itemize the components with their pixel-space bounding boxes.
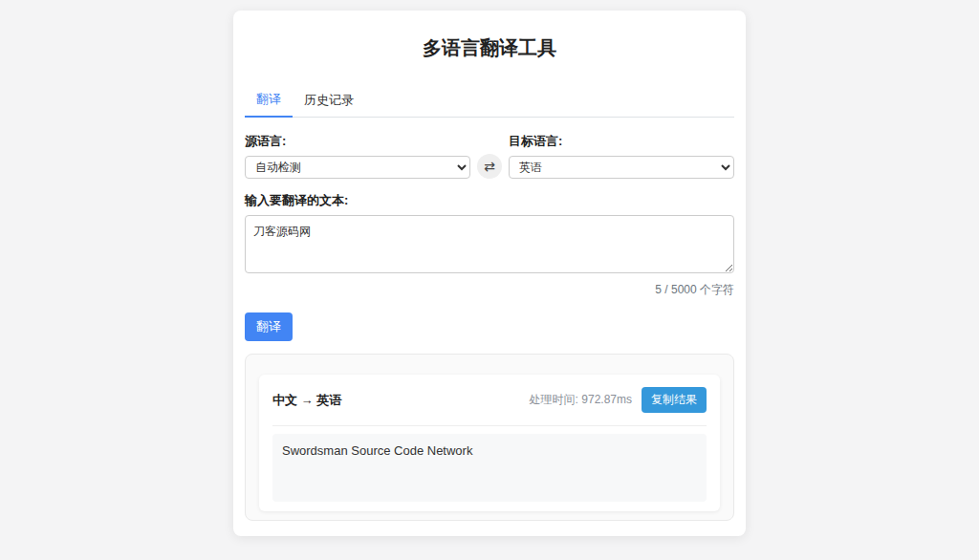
- language-row: 源语言: 自动检测 ⇄ 目标语言: 英语: [245, 133, 734, 179]
- processing-time-value: 972.87ms: [581, 393, 632, 406]
- page-title: 多语言翻译工具: [245, 35, 734, 61]
- translate-form: 源语言: 自动检测 ⇄ 目标语言: 英语 输入要翻译的文本: 刀客源码网 5 /…: [245, 133, 734, 341]
- tab-history[interactable]: 历史记录: [293, 84, 365, 117]
- swap-languages-button[interactable]: ⇄: [477, 154, 502, 179]
- result-card: 中文 → 英语 处理时间: 972.87ms 复制结果 Swordsman So…: [259, 375, 720, 511]
- result-meta: 处理时间: 972.87ms 复制结果: [530, 387, 707, 413]
- input-text-label: 输入要翻译的文本:: [245, 192, 734, 209]
- translate-input-textarea[interactable]: 刀客源码网: [245, 215, 734, 273]
- tab-bar: 翻译 历史记录: [245, 84, 734, 118]
- result-body: Swordsman Source Code Network: [259, 426, 720, 511]
- tab-translate[interactable]: 翻译: [245, 84, 293, 118]
- source-language-group: 源语言: 自动检测: [245, 133, 470, 179]
- result-container: 中文 → 英语 处理时间: 972.87ms 复制结果 Swordsman So…: [245, 354, 734, 521]
- char-counter: 5 / 5000 个字符: [245, 282, 734, 298]
- translate-button[interactable]: 翻译: [245, 312, 293, 341]
- target-language-select[interactable]: 英语: [509, 156, 734, 179]
- translated-text: Swordsman Source Code Network: [272, 434, 707, 502]
- input-section: 输入要翻译的文本: 刀客源码网 5 / 5000 个字符: [245, 192, 734, 298]
- target-language-group: 目标语言: 英语: [509, 133, 734, 179]
- copy-result-button[interactable]: 复制结果: [642, 387, 707, 413]
- result-header: 中文 → 英语 处理时间: 972.87ms 复制结果: [272, 375, 707, 426]
- result-language-pair: 中文 → 英语: [272, 392, 341, 409]
- processing-time: 处理时间: 972.87ms: [530, 392, 632, 408]
- processing-time-label: 处理时间:: [530, 393, 578, 406]
- source-language-label: 源语言:: [245, 133, 470, 150]
- source-language-select[interactable]: 自动检测: [245, 156, 470, 179]
- target-language-label: 目标语言:: [509, 133, 734, 150]
- swap-languages-icon: ⇄: [484, 159, 495, 174]
- translator-app-card: 多语言翻译工具 翻译 历史记录 源语言: 自动检测 ⇄ 目标语言: 英语 输入要…: [233, 11, 746, 536]
